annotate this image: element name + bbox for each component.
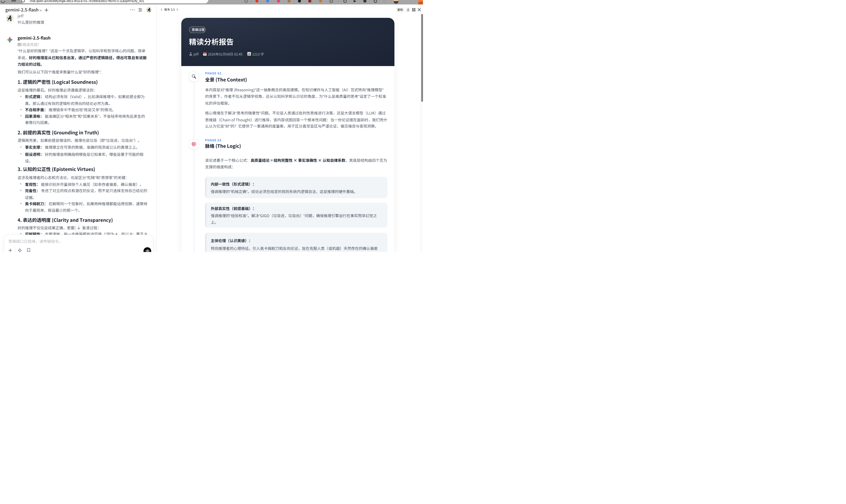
svg-text:17: 17	[204, 54, 206, 55]
